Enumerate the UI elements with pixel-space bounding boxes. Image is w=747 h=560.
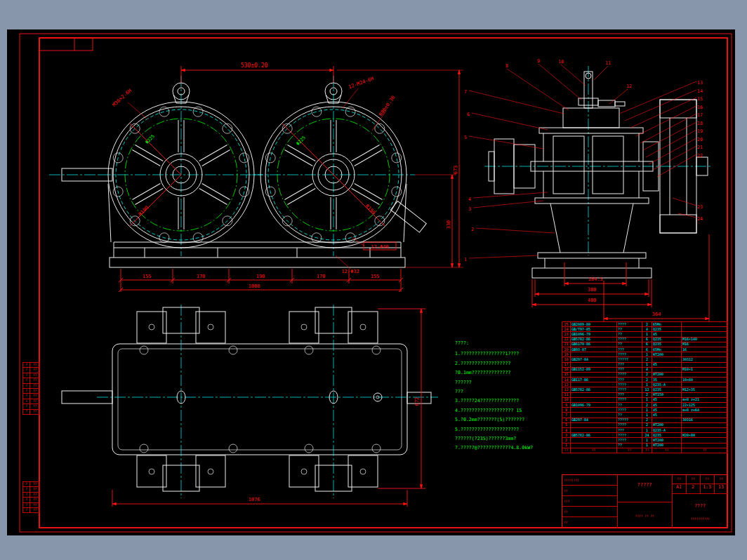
balloon-16: 16 [697, 105, 703, 110]
bom-row: 21 GB6170-86 ?? 6 Q235 M16 [562, 342, 728, 347]
bom-qty: 1 [642, 443, 652, 448]
bom-material: 45 [652, 362, 682, 367]
bom-note: M16×140 [682, 337, 728, 342]
bom-material: HT200 [652, 422, 682, 427]
balloon-20: 20 [697, 137, 703, 142]
bom-no: 13 [562, 382, 571, 387]
dim-drum: 364 [652, 312, 661, 317]
bom-row: 9 GB1096-79 ?? 2 45 22×125 [562, 403, 728, 408]
bom-qty: 2 [642, 322, 652, 327]
bom-code: GB5782-86 [571, 433, 617, 438]
drawing-name: ????? [619, 482, 670, 488]
bom-no: 25 [562, 322, 571, 327]
balloon-1: 1 [464, 257, 467, 262]
balloon-9: 9 [537, 58, 540, 64]
bom-no: 2 [562, 438, 571, 443]
bom-row: 8 ???? 1 45 m=8 z=64 [562, 408, 728, 413]
bom-no: 17 [562, 362, 571, 367]
margin-row: ??? [23, 482, 40, 487]
balloon-17: 17 [697, 112, 703, 118]
title-row-1: ????(??) [562, 475, 617, 486]
balloon-10: 10 [558, 59, 564, 65]
balloon-4: 4 [468, 196, 471, 202]
bom-name: ???? [617, 433, 642, 438]
bom-name: ???? [617, 382, 642, 387]
balloon-21: 21 [697, 145, 703, 150]
bom-qty: 2 [642, 378, 652, 382]
title-row-4: ?? [562, 507, 617, 517]
balloon-13: 13 [697, 80, 703, 86]
bom-no: 19 [562, 352, 571, 357]
bom-row: 15 ???? 2 HT200 [562, 372, 728, 377]
bom-qty: 2 [642, 418, 652, 422]
sheet-size: A1 [673, 485, 685, 490]
balloon-14: 14 [697, 88, 703, 94]
bom-code [571, 408, 617, 413]
bom-note [682, 322, 728, 327]
sheet-number: 13 [715, 485, 727, 490]
bom-row: 23 GB1096-79 ?? 1 45 [562, 332, 728, 337]
bom-code: GB1096-79 [571, 403, 617, 408]
bom-note [682, 392, 728, 397]
dim-total-width: 1000 [249, 284, 260, 289]
bom-code [571, 422, 617, 427]
bom-row: 13 ???? 1 Q235-A [562, 382, 728, 387]
bom-no: 4 [562, 427, 571, 432]
bom-name: ?? [617, 327, 642, 332]
title-note-1: ?????????? [673, 517, 727, 521]
bom-no: 1 [562, 443, 571, 448]
dim-base-1: 380 [588, 287, 597, 293]
bom-code [571, 443, 617, 448]
bom-no: 10 [562, 397, 571, 402]
bom-qty: 1 [642, 408, 652, 413]
bom-qty: 2 [642, 357, 652, 362]
bom-note [682, 327, 728, 332]
bom-no: 23 [562, 332, 571, 337]
tech-notes-line: ?????? [455, 378, 573, 387]
balloon-6: 6 [467, 112, 470, 117]
bom-name: ??? [617, 427, 642, 432]
bom-material: Q235-A [652, 382, 682, 387]
tech-notes-line: ??? [455, 387, 573, 396]
bom-qty: 1 [642, 332, 652, 337]
balloon-12: 12 [626, 84, 632, 89]
bom-code: GB297-84 [571, 357, 617, 362]
balloon-19: 19 [697, 128, 703, 134]
dim-width: 672 [414, 397, 420, 406]
bom-note [682, 332, 728, 337]
cad-viewport[interactable]: Φ225 Φ225 R190 R190 530±0.20 M30×2-6H 12… [7, 29, 735, 535]
bom-material: HT200 [652, 443, 682, 448]
margin-row: ??? [23, 399, 40, 404]
bom-header-qty: ?? [642, 448, 652, 453]
tb-header-3: ?? [701, 477, 713, 481]
bom-note: M10×1 [682, 367, 728, 372]
tb-header-4: ?? [715, 477, 727, 481]
bom-qty: 2 [642, 403, 652, 408]
bom-row: 3 GB5782-86 ???? 24 Q235 M20×80 [562, 433, 728, 438]
bom-qty: 1 [642, 397, 652, 402]
bom-qty: 1 [642, 427, 652, 432]
bom-no: 22 [562, 337, 571, 342]
bom-note [682, 413, 728, 418]
bom-qty: 1 [642, 352, 652, 357]
desktop: Φ225 Φ225 R190 R190 530±0.20 M30×2-6H 12… [0, 0, 747, 560]
bom-note: 16 [682, 347, 728, 352]
bom-no: 21 [562, 342, 571, 347]
margin-row: ??? [23, 507, 40, 512]
bom-name: ?? [617, 332, 642, 337]
tech-notes-line: 1.????????????????1???? [455, 349, 573, 359]
bom-qty: 1 [642, 438, 652, 443]
bom-row: 22 GB5782-86 ???? 6 Q235 M16×140 [562, 337, 728, 342]
balloon-5: 5 [464, 135, 467, 140]
bom-no: 11 [562, 392, 571, 397]
tech-notes-line: 5.????????????????????? [455, 425, 573, 434]
bom-code: GB5782-86 [571, 387, 617, 392]
bom-note [682, 362, 728, 367]
dim-seg-3: 190 [256, 274, 265, 279]
title-row-5: ?? [562, 517, 617, 528]
bom-material: Q235 [652, 387, 682, 392]
margin-row: ??? [23, 487, 40, 492]
drawing-frame [20, 34, 732, 532]
dim-seg-4: 170 [317, 274, 326, 279]
bom-code: GB/T97-85 [571, 327, 617, 332]
